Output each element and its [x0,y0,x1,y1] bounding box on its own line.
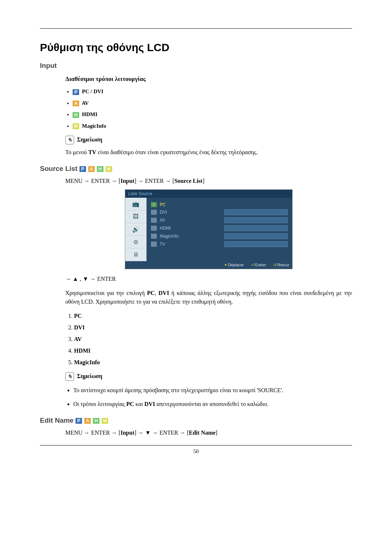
page: Ρύθμιση της οθόνης LCD Input Διαθέσιμοι … [0,0,392,469]
path-seg: ] → ▼ → ENTER → [ [134,430,189,436]
seg: απενεργοποιούνται αν αποσυνδεθεί το καλώ… [155,401,269,407]
source-list-menu-path: MENU → ENTER → [Input] → ENTER → [Source… [65,178,352,184]
note-1: ✎ Σημείωση [65,136,352,144]
osd-item-hdmi: HDMI [151,225,288,231]
edit-name-heading: Edit Name P A H M [40,416,352,424]
osd-bar [224,241,288,247]
osd-item-pc: ✓ PC [151,202,288,207]
osd-option-label: TV [160,242,223,247]
p-icon: P [79,166,86,172]
enter-icon: ⏎ [251,263,254,267]
osd-sidebar-icon: 🖼 [125,210,146,223]
a-icon: A [84,418,91,424]
nav-instructions: → ▲ , ▼ → ENTER [65,276,352,282]
source-list-desc: Χρησιμοποιείται για την επιλογή PC, DVI … [65,289,352,306]
source-list-heading: Source List P A H M [40,165,352,173]
osd-sidebar: 📺 🖼 🔊 ⚙ 🖥 [125,198,147,261]
note-label-text: Σημείωση [77,136,102,143]
mode-icons-group: P A H M [75,418,110,424]
list-item: DVI [74,324,352,331]
desc-seg: , [155,290,158,296]
osd-main: ✓ PC DVI AV HDMI [147,198,292,261]
tv-bold: TV [88,149,96,155]
path-bold: Input [121,430,134,436]
osd-bar [224,233,288,239]
page-number: 50 [40,448,352,455]
blank-icon [151,210,157,215]
bold: DVI [144,401,155,407]
check-icon: ✓ [151,202,157,207]
mode-icons-group: P A H M [79,166,114,172]
osd-option-label: AV [160,218,223,223]
osd-option-label: PC [160,202,288,207]
path-seg: ] [216,430,217,436]
list-label: HDMI [74,348,90,354]
note-label-text: Σημείωση [77,373,102,379]
osd-item-tv: TV [151,241,288,247]
mode-label: MagicInfo [82,123,106,129]
mode-label: PC / DVI [82,89,103,94]
list-item: MagicInfo [74,359,352,366]
osd-sidebar-icon: 🔊 [125,223,146,236]
osd-item-av: AV [151,217,288,223]
list-item: AV [74,336,352,342]
modes-heading: Διαθέσιμοι τρόποι λειτουργίας [65,75,352,83]
seg: Οι τρόποι λειτουργίας [73,401,126,407]
edit-name-heading-text: Edit Name [40,416,74,424]
blank-icon [151,226,157,231]
note-2: ✎ Σημείωση [65,372,352,381]
osd-screenshot: Liste Source 📺 🖼 🔊 ⚙ 🖥 ✓ PC DV [65,189,352,269]
a-icon: A [73,100,79,106]
return-icon: ↺ [273,263,277,267]
osd-footer-move: ✦Déplacer [224,263,244,267]
path-bold: Source List [174,178,202,184]
osd-sidebar-icon: ⚙ [125,236,146,249]
osd-bar [224,217,288,223]
blank-icon [151,234,157,239]
note-bullet: Οι τρόποι λειτουργίας PC και DVI απενεργ… [73,400,352,409]
list-label: DVI [74,324,85,331]
list-label: AV [74,336,82,342]
osd-item-magicinfo: MagicInfo [151,233,288,239]
osd-item-dvi: DVI [151,209,288,215]
h-icon: H [93,418,99,424]
osd-panel: Liste Source 📺 🖼 🔊 ⚙ 🖥 ✓ PC DV [125,189,293,269]
seg: και [134,401,144,407]
osd-sidebar-icon: 🖥 [125,249,146,261]
mode-item-av: A AV [73,100,352,107]
mode-item-hdmi: H HDMI [73,111,352,118]
note-bullet: Το αντίστοιχο κουμπί άμεσης πρόσβασης στ… [73,386,352,395]
note-icon: ✎ [65,136,74,144]
source-numbered-list: PC DVI AV HDMI MagicInfo [65,313,352,366]
h-icon: H [73,112,79,118]
osd-bar [224,225,288,231]
m-icon: M [106,166,112,172]
p-icon: P [73,89,79,95]
path-seg: MENU → ENTER → [ [65,430,121,436]
osd-footer-return: ↺Retour [273,263,289,267]
osd-foot-label: Retour [277,263,289,267]
osd-option-label: DVI [160,210,223,215]
osd-sidebar-icon: 📺 [125,198,146,210]
modes-list: P PC / DVI A AV H HDMI M MagicInfo [65,89,352,129]
list-label: PC [74,313,82,319]
a-icon: A [88,166,95,172]
osd-option-label: MagicInfo [160,234,223,239]
h-icon: H [97,166,103,172]
blank-icon [151,242,157,247]
mode-item-magicinfo: M MagicInfo [73,123,352,130]
mode-label: AV [82,100,89,106]
list-label: MagicInfo [74,359,100,365]
move-icon: ✦ [224,263,227,267]
mode-label: HDMI [82,111,98,117]
osd-footer-enter: ⏎Entrer [251,263,266,267]
top-rule [40,28,352,29]
source-list-heading-text: Source List [40,165,77,172]
path-seg: MENU → ENTER → [ [65,178,121,184]
path-seg: ] [203,178,204,184]
m-icon: M [102,418,108,424]
path-bold: Edit Name [189,430,215,436]
path-seg: ] → ENTER → [ [134,178,174,184]
m-icon: M [73,123,79,129]
path-bold: Input [121,178,134,184]
